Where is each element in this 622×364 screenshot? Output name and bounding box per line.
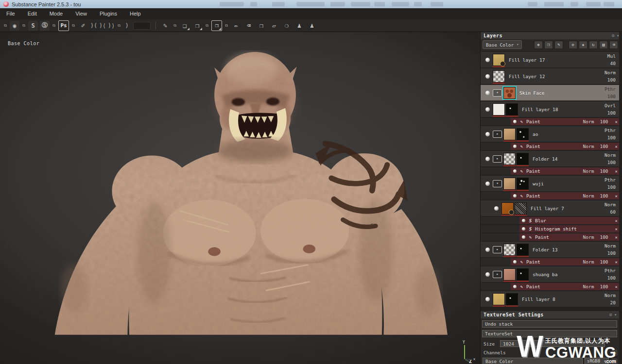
perspective-camera-icon[interactable]: ❑ (179, 21, 190, 31)
visibility-toggle[interactable] (522, 235, 525, 239)
projection-tool-icon[interactable]: ❐ (256, 21, 267, 31)
visibility-toggle[interactable] (485, 132, 490, 136)
menu-item-mode[interactable]: Mode (43, 8, 69, 19)
mask-thumbnail[interactable] (517, 244, 529, 257)
layer-thumbnail[interactable] (503, 244, 516, 257)
menu-item-view[interactable]: View (69, 8, 93, 19)
layer-thumbnail[interactable] (493, 103, 505, 117)
menu-item-plugins[interactable]: Plugins (93, 8, 123, 19)
visibility-toggle[interactable] (485, 272, 490, 277)
layer-thumbnail[interactable] (503, 268, 516, 282)
visibility-toggle[interactable] (485, 91, 490, 95)
layer-thumbnail[interactable] (503, 128, 516, 142)
orthographic-view-icon[interactable]: ❒ (192, 21, 203, 31)
blend-opacity-column[interactable]: Norm100 (598, 68, 620, 84)
panel-scrollbar[interactable] (619, 32, 622, 364)
visibility-toggle[interactable] (522, 219, 525, 222)
symmetry-icon-1[interactable]: )( (90, 21, 98, 31)
layer-row-fill-layer-12[interactable]: Fill layer 12Norm100 (481, 68, 620, 84)
tools-link-icon[interactable]: ⧉ (224, 23, 229, 29)
close-effect-icon[interactable]: ✕ (615, 119, 618, 124)
float-panel-icon[interactable]: ⊡ (612, 33, 614, 38)
clone-tool-icon[interactable]: ♟ (294, 21, 305, 31)
undo-stack-button[interactable]: Undo stack (482, 320, 617, 328)
add-fill-layer-icon[interactable]: ❒ (544, 41, 553, 49)
blend-opacity-column[interactable]: Norm100 (598, 242, 620, 257)
blend-opacity-column[interactable]: Ovrl100 (598, 101, 620, 117)
mask-thumbnail[interactable] (517, 128, 529, 142)
close-effect-icon[interactable]: ✕ (615, 227, 618, 232)
blend-opacity-column[interactable]: Mul40 (598, 52, 620, 67)
effect-row-paint[interactable]: ✎PaintNorm100✕ (511, 192, 620, 199)
collapse-panel-icon[interactable]: ▾ (614, 313, 617, 317)
mask-thumbnail[interactable] (517, 268, 529, 282)
layer-row-fill-layer-18[interactable]: Fill layer 18Ovrl100 (481, 101, 620, 117)
effect-row-paint[interactable]: ✎PaintNorm100✕ (519, 233, 620, 241)
mask-thumbnail[interactable] (517, 178, 529, 191)
layer-thumbnail[interactable] (493, 293, 505, 307)
smudge-tool-icon[interactable]: ❍ (281, 21, 292, 31)
camera-link-icon[interactable]: ⧉ (172, 23, 178, 29)
bracket-link-icon[interactable]: ⧉ (116, 23, 122, 29)
visibility-toggle[interactable] (513, 194, 517, 198)
orc-model[interactable] (0, 32, 480, 364)
symmetry-icon-3[interactable]: )⟩ (107, 21, 115, 31)
titlebar[interactable]: Substance Painter 2.5.3 - tou (0, 0, 622, 8)
visibility-toggle[interactable] (513, 285, 517, 288)
textureset-panel-header[interactable]: TextureSet Settings ⊡ ▾ (481, 311, 620, 318)
layer-row-folder-13[interactable]: ▸Folder 13Norm100 (481, 242, 620, 257)
visibility-toggle[interactable] (522, 227, 525, 231)
layer-row-shuang-ba[interactable]: ▸shuang baPthr100 (481, 266, 620, 282)
lazy-mouse-pen-icon[interactable]: ✐ (78, 21, 88, 31)
channel-dropdown[interactable]: Base Color ▾ (483, 40, 522, 49)
effect-row-paint[interactable]: ✎PaintNorm100✕ (511, 118, 620, 125)
mask-thumbnail[interactable] (506, 293, 518, 307)
close-effect-icon[interactable]: ✕ (615, 235, 618, 240)
visibility-toggle[interactable] (485, 248, 490, 252)
value-field[interactable] (133, 22, 151, 30)
delete-layer-icon[interactable]: ⌫ (609, 41, 618, 49)
layer-blend-icon[interactable]: ✥ (534, 41, 543, 49)
mask-thumbnail[interactable] (517, 153, 529, 166)
add-paint-layer-icon[interactable]: ✎ (554, 41, 563, 49)
layer-row-folder-14[interactable]: ▸Folder 14Norm100 (481, 151, 620, 166)
blend-opacity-column[interactable]: Norm100 (598, 151, 620, 166)
rotate-view-icon[interactable]: ❒ (211, 20, 222, 31)
visibility-toggle[interactable] (513, 169, 517, 173)
effect-row-histogram-shift[interactable]: SHistogram shift✕ (519, 225, 620, 232)
visibility-toggle[interactable] (485, 182, 490, 186)
layer-row-skin-face[interactable]: ▾Skin FacePthr100 (481, 85, 620, 100)
blend-opacity-column[interactable]: Pthr100 (598, 85, 620, 100)
visibility-toggle[interactable] (513, 260, 517, 264)
layer-thumbnail[interactable] (493, 70, 505, 84)
substance-source-icon[interactable]: Ⓢ (40, 21, 50, 31)
close-effect-icon[interactable]: ✕ (615, 144, 618, 149)
iray-renderer-icon[interactable]: ◉ (10, 21, 19, 31)
close-effect-icon[interactable]: ✕ (615, 260, 618, 265)
menu-item-file[interactable]: File (0, 8, 21, 19)
close-effect-icon[interactable]: ✕ (615, 218, 618, 223)
add-effect-icon[interactable]: ↻ (589, 41, 598, 49)
visibility-toggle[interactable] (485, 74, 490, 79)
layer-thumbnail[interactable] (501, 202, 514, 216)
layer-thumbnail[interactable] (503, 153, 516, 166)
quick-brush-icon[interactable]: ✎ (160, 21, 171, 31)
visibility-toggle[interactable] (494, 206, 499, 211)
layer-row-wuji[interactable]: ▾wujiPthr100 (481, 176, 620, 191)
viewport-3d[interactable]: Base Color (0, 32, 480, 364)
visibility-toggle[interactable] (485, 297, 490, 301)
add-smart-material-icon[interactable]: ✣ (569, 41, 577, 49)
add-folder-icon[interactable]: ▤ (599, 41, 608, 49)
effect-row-paint[interactable]: ✎PaintNorm100✕ (511, 283, 620, 290)
layer-thumbnail[interactable] (503, 87, 516, 100)
polygon-fill-tool-icon[interactable]: ▱ (269, 21, 279, 31)
menu-item-help[interactable]: Help (123, 8, 147, 19)
blend-opacity-column[interactable]: Norm20 (598, 291, 620, 307)
visibility-toggle[interactable] (513, 120, 517, 123)
visibility-toggle[interactable] (485, 157, 490, 161)
close-effect-icon[interactable]: ✕ (615, 194, 618, 199)
material-picker-tool-icon[interactable]: ♟ (307, 21, 317, 31)
eraser-tool-icon[interactable]: ⌫ (243, 21, 254, 31)
blend-opacity-column[interactable]: Pthr100 (598, 266, 620, 282)
symmetry-icon-2[interactable]: )⟨ (99, 21, 106, 31)
